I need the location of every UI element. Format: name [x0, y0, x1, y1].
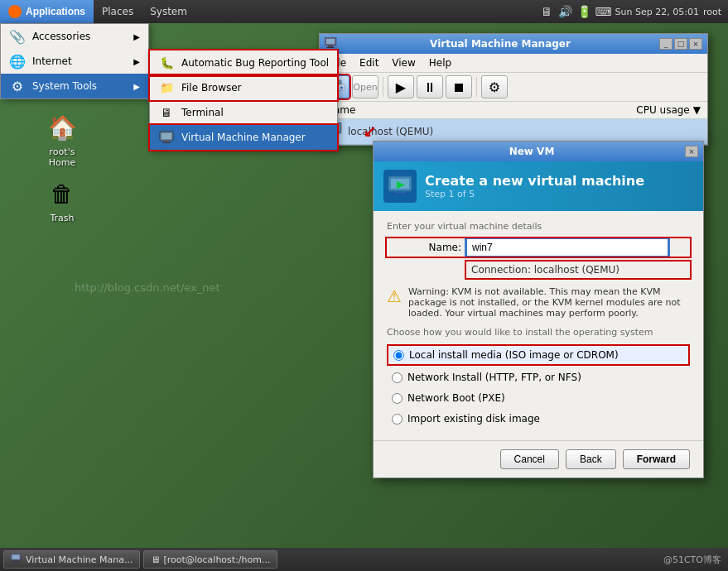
submenu-item-vmm[interactable]: Virtual Machine Manager: [150, 125, 337, 150]
menu-item-system-tools[interactable]: ⚙ System Tools ▶: [1, 74, 148, 98]
file-browser-label: File Browser: [181, 82, 242, 94]
accessories-icon: 📎: [9, 28, 26, 45]
vm-cpu-header: CPU usage ▼: [636, 104, 701, 116]
desktop-icon-trash[interactable]: 🗑 Trash: [33, 174, 91, 227]
taskbar-terminal-label: [root@localhost:/hom...: [163, 554, 270, 565]
internet-arrow: ▶: [133, 57, 140, 66]
vmm-menubar: File Edit View Help: [320, 54, 707, 73]
radio-network-http[interactable]: [392, 372, 403, 383]
pause-button[interactable]: ⏸: [417, 75, 443, 98]
watermark-text: http://blog.csdn.net/ex_net: [75, 281, 220, 294]
menu-item-accessories[interactable]: 📎 Accessories ▶: [1, 24, 148, 49]
install-option-pxe[interactable]: Network Boot (PXE): [387, 389, 690, 407]
radio-local[interactable]: [393, 350, 404, 361]
internet-label: Internet: [32, 55, 72, 67]
vmm-content: Name CPU usage ▼ localhost (QEMU): [320, 102, 707, 145]
desktop: Applications Places System 🖥 🔊 🔋 ⌨ Sun S…: [0, 0, 728, 571]
name-input[interactable]: [466, 238, 668, 257]
newvm-step-label: Step 1 of 5: [425, 189, 644, 199]
newvm-header: Create a new virtual machine Step 1 of 5: [374, 161, 703, 211]
system-tools-label: System Tools: [32, 80, 97, 92]
newvm-close-button[interactable]: ×: [685, 146, 698, 157]
accessories-arrow: ▶: [133, 32, 140, 41]
trash-icon-label: Trash: [50, 213, 74, 223]
svg-rect-2: [164, 141, 169, 142]
newvm-header-icon: [383, 170, 417, 203]
cancel-button[interactable]: Cancel: [500, 449, 559, 469]
applications-icon: [8, 5, 22, 18]
newvm-footer: Cancel Back Forward: [374, 440, 703, 477]
submenu-item-abrt[interactable]: 🐛 Automatic Bug Reporting Tool: [150, 50, 337, 75]
install-section-title: Choose how you would like to install the…: [387, 327, 690, 338]
toolbar-sep-2: [476, 77, 477, 97]
vmm-menu-view[interactable]: View: [385, 55, 422, 70]
toolbar-sep-1: [383, 77, 383, 97]
datetime-display: Sun Sep 22, 05:01: [615, 7, 699, 17]
warning-box: ⚠ Warning: KVM is not available. This ma…: [387, 286, 690, 319]
newvm-header-title: Create a new virtual machine: [425, 173, 644, 189]
vmm-title-icon: [325, 37, 338, 50]
warning-text: Warning: KVM is not available. This may …: [408, 286, 690, 319]
applications-menu-button[interactable]: Applications: [0, 0, 94, 23]
svg-rect-6: [328, 46, 333, 47]
newvm-title: New VM: [378, 146, 685, 157]
vmm-icon: [158, 129, 175, 146]
vm-item-name: localhost (QEMU): [348, 126, 433, 137]
taskbar-bottom: Virtual Machine Mana... 🖥 [root@localhos…: [0, 548, 728, 571]
settings-button[interactable]: ⚙: [481, 75, 508, 98]
submenu-item-file-browser[interactable]: 📁 File Browser: [150, 75, 337, 100]
vmm-title: Virtual Machine Manager: [341, 38, 659, 50]
network-icon[interactable]: 🖥: [539, 4, 554, 19]
system-menu-item[interactable]: System: [142, 0, 195, 23]
user-display: root: [703, 7, 721, 17]
play-button[interactable]: ▶: [388, 75, 414, 98]
forward-button[interactable]: Forward: [623, 449, 690, 469]
svg-rect-26: [14, 560, 17, 562]
vmm-toolbar: Open ▶ ⏸ ⏹ ⚙: [320, 73, 707, 102]
system-tools-submenu: 🐛 Automatic Bug Reporting Tool 📁 File Br…: [149, 50, 338, 151]
install-option-import[interactable]: Import existing disk image: [387, 410, 690, 428]
radio-import[interactable]: [392, 414, 403, 425]
network-http-label: Network Install (HTTP, FTP, or NFS): [407, 372, 581, 383]
home-icon: 🏠: [46, 111, 79, 144]
minimize-button[interactable]: _: [659, 38, 673, 50]
close-button[interactable]: ×: [689, 38, 702, 50]
vm-list-header: Name CPU usage ▼: [320, 102, 707, 119]
taskbar-task-vmm[interactable]: Virtual Machine Mana...: [3, 550, 140, 569]
desktop-icon-roots-home[interactable]: 🏠 root's Home: [33, 108, 91, 171]
newvm-controls: ×: [685, 146, 698, 157]
vmm-menu-help[interactable]: Help: [422, 55, 458, 70]
taskbar-vmm-icon: [11, 554, 22, 566]
keyboard-icon: ⌨: [596, 4, 611, 19]
svg-rect-7: [326, 47, 335, 48]
volume-icon[interactable]: 🔊: [558, 4, 573, 19]
taskbar-task-terminal[interactable]: 🖥 [root@localhost:/hom...: [143, 550, 277, 569]
taskbar-right-area: 🖥 🔊 🔋 ⌨ Sun Sep 22, 05:01 root: [539, 4, 728, 19]
taskbar-top: Applications Places System 🖥 🔊 🔋 ⌨ Sun S…: [0, 0, 728, 23]
stop-button[interactable]: ⏹: [446, 75, 472, 98]
connection-field: Connection: localhost (QEMU): [466, 262, 690, 278]
menu-item-internet[interactable]: 🌐 Internet ▶: [1, 49, 148, 74]
name-field-group: Name:: [387, 238, 690, 257]
connection-value: localhost (QEMU): [534, 264, 620, 276]
radio-pxe[interactable]: [392, 393, 403, 404]
newvm-section-title: Enter your virtual machine details: [387, 221, 690, 232]
open-button[interactable]: Open: [352, 75, 378, 98]
install-option-local[interactable]: Local install media (ISO image or CDROM): [387, 344, 690, 366]
submenu-item-terminal[interactable]: 🖥 Terminal: [150, 100, 337, 125]
taskbar-terminal-icon: 🖥: [151, 554, 160, 565]
accessories-label: Accessories: [32, 31, 90, 42]
home-icon-label: root's Home: [36, 146, 88, 168]
places-menu-item[interactable]: Places: [94, 0, 142, 23]
newvm-dialog: New VM × Create a new virtual machine St…: [373, 141, 704, 478]
install-option-network-http[interactable]: Network Install (HTTP, FTP, or NFS): [387, 368, 690, 386]
file-browser-icon: 📁: [158, 79, 175, 96]
vmm-menu-edit[interactable]: Edit: [353, 55, 385, 70]
back-button[interactable]: Back: [566, 449, 616, 469]
newvm-body: Enter your virtual machine details Name:…: [374, 211, 703, 440]
cpu-dropdown-icon[interactable]: ▼: [693, 104, 701, 116]
warning-icon: ⚠: [387, 286, 402, 306]
battery-icon: 🔋: [577, 4, 592, 19]
maximize-button[interactable]: □: [674, 38, 687, 50]
import-label: Import existing disk image: [407, 413, 540, 425]
